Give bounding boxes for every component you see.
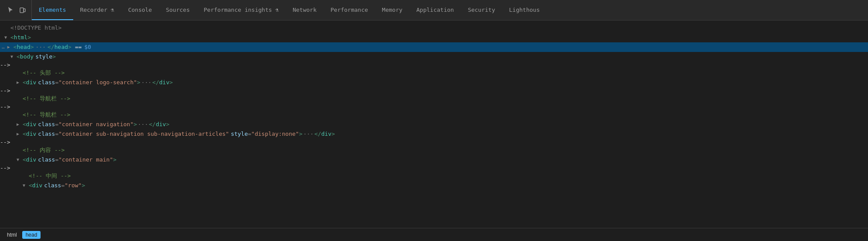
tab-security[interactable]: Security xyxy=(461,0,502,20)
svg-rect-1 xyxy=(24,9,25,12)
expand-div-row-arrow[interactable]: ▼ xyxy=(23,181,29,190)
expand-div-logo-arrow[interactable]: ▶ xyxy=(17,78,23,87)
code-line-div-nav[interactable]: ▶ <div class="container navigation" > ··… xyxy=(0,120,868,129)
tab-performance[interactable]: Performance xyxy=(323,0,375,20)
dots-marker: … xyxy=(2,43,5,52)
tab-application[interactable]: Application xyxy=(410,0,461,20)
breadcrumb-html[interactable]: html xyxy=(3,231,20,239)
cursor-icon[interactable] xyxy=(5,5,16,15)
tab-performance-insights[interactable]: Performance insights ⚗ xyxy=(197,0,286,20)
code-line-div-main[interactable]: ▼ <div class="container main" > xyxy=(0,155,868,165)
code-line-body[interactable]: ▼ <body style > xyxy=(0,52,868,62)
code-line-div-logo[interactable]: ▶ <div class="container logo-search" > ·… xyxy=(0,78,868,87)
breadcrumb-head[interactable]: head xyxy=(22,231,41,239)
code-line-comment-nav2[interactable]: <!-- 导航栏 --> xyxy=(0,110,868,120)
tab-elements[interactable]: Elements xyxy=(32,0,73,20)
tab-bar: Elements Recorder ⚗ Console Sources Perf… xyxy=(0,0,868,21)
code-line-comment-middle[interactable]: <!-- 中间 --> xyxy=(0,171,868,181)
tab-network[interactable]: Network xyxy=(286,0,324,20)
code-line-div-subnav[interactable]: ▶ <div class="container sub-navigation s… xyxy=(0,129,868,139)
device-toggle-icon[interactable] xyxy=(17,5,28,15)
expand-div-main-arrow[interactable]: ▼ xyxy=(17,155,23,164)
code-line-comment-nav1[interactable]: <!-- 导航栏 --> xyxy=(0,94,868,103)
expand-div-nav-arrow[interactable]: ▶ xyxy=(17,120,23,129)
code-line-comment-content[interactable]: <!-- 内容 --> xyxy=(0,145,868,155)
tab-console[interactable]: Console xyxy=(121,0,159,20)
tab-lighthouse[interactable]: Lighthous xyxy=(502,0,546,20)
expand-html-arrow[interactable]: ▼ xyxy=(4,33,10,42)
code-line-html[interactable]: ▼ <html> xyxy=(0,33,868,42)
tab-sources[interactable]: Sources xyxy=(159,0,197,20)
code-line-head[interactable]: … ▶ <head> ··· </head> == $0 xyxy=(0,42,868,52)
status-bar: html head xyxy=(0,228,868,241)
devtools-window: Elements Recorder ⚗ Console Sources Perf… xyxy=(0,0,868,241)
elements-panel: <!DOCTYPE html> ▼ <html> … ▶ <head> ··· … xyxy=(0,21,868,228)
expand-head-arrow[interactable]: ▶ xyxy=(7,43,14,52)
expand-body-arrow[interactable]: ▼ xyxy=(10,52,17,61)
tab-recorder[interactable]: Recorder ⚗ xyxy=(73,0,121,20)
svg-rect-0 xyxy=(20,8,24,13)
expand-div-subnav-arrow[interactable]: ▶ xyxy=(17,130,23,138)
toolbar-icons xyxy=(2,0,32,20)
code-line-doctype[interactable]: <!DOCTYPE html> xyxy=(0,23,868,33)
tab-memory[interactable]: Memory xyxy=(375,0,410,20)
code-line-comment-head[interactable]: <!-- 头部 --> xyxy=(0,68,868,78)
code-line-div-row[interactable]: ▼ <div class="row" > xyxy=(0,181,868,190)
